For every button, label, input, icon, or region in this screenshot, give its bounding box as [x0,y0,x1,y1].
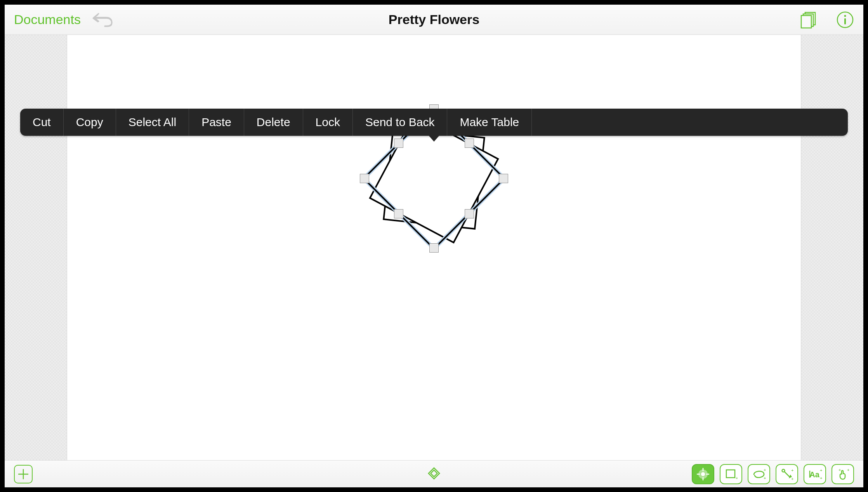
freehand-tool-button[interactable]: + + [748,464,770,484]
context-menu-copy[interactable]: Copy [64,109,116,136]
touch-tool-button[interactable]: + + [832,464,854,484]
svg-text:+: + [820,468,822,473]
context-menu-make-table[interactable]: Make Table [447,109,532,136]
shape-type-indicator[interactable] [427,467,441,482]
context-menu-send-to-back[interactable]: Send to Back [353,109,447,136]
documents-link[interactable]: Documents [14,12,81,27]
rectangle-tool-button[interactable]: + [720,464,742,484]
canvas[interactable] [67,35,801,460]
selection-handle[interactable] [360,174,369,183]
svg-line-26 [785,472,790,477]
selection-handle[interactable] [465,209,474,218]
context-menu-select-all[interactable]: Select All [116,109,189,136]
context-menu-paste[interactable]: Paste [189,109,244,136]
drawing-mode-button[interactable] [692,464,714,484]
context-menu-cut[interactable]: Cut [20,109,64,136]
bottom-toolbar: + + + + + [5,460,863,487]
undo-icon[interactable] [92,12,113,28]
svg-point-25 [782,469,785,472]
add-button[interactable] [14,465,33,483]
selection-handle[interactable] [429,243,439,253]
svg-text:+: + [791,476,793,481]
text-tool-button[interactable]: Aa + + [804,464,826,484]
svg-rect-21 [726,470,735,478]
workspace: Cut Copy Select All Paste Delete Lock Se… [5,35,863,460]
context-menu-more[interactable] [532,109,557,136]
selection-handle[interactable] [465,139,474,148]
svg-rect-2 [801,16,811,28]
svg-text:+: + [791,468,793,473]
top-toolbar: Documents Pretty Flowers [5,5,863,35]
svg-text:+: + [820,476,822,480]
svg-point-4 [844,15,846,17]
context-menu: Cut Copy Select All Paste Delete Lock Se… [20,109,848,136]
selection-handle[interactable] [394,209,403,218]
svg-text:+: + [847,468,849,472]
svg-text:+: + [736,476,738,480]
svg-point-16 [701,472,705,476]
stencils-icon[interactable] [800,11,818,29]
svg-text:Aa: Aa [809,470,819,479]
selection-handle[interactable] [394,139,403,148]
line-tool-button[interactable]: + + [776,464,798,484]
context-menu-pointer [429,135,439,142]
context-menu-lock[interactable]: Lock [303,109,353,136]
context-menu-delete[interactable]: Delete [244,109,303,136]
info-icon[interactable] [836,11,854,29]
svg-text:+: + [764,476,766,480]
svg-text:+: + [838,468,841,472]
document-title: Pretty Flowers [389,12,479,27]
svg-rect-5 [844,18,846,24]
svg-rect-14 [431,470,437,476]
svg-text:+: + [764,468,766,472]
selection-handle[interactable] [499,174,508,183]
